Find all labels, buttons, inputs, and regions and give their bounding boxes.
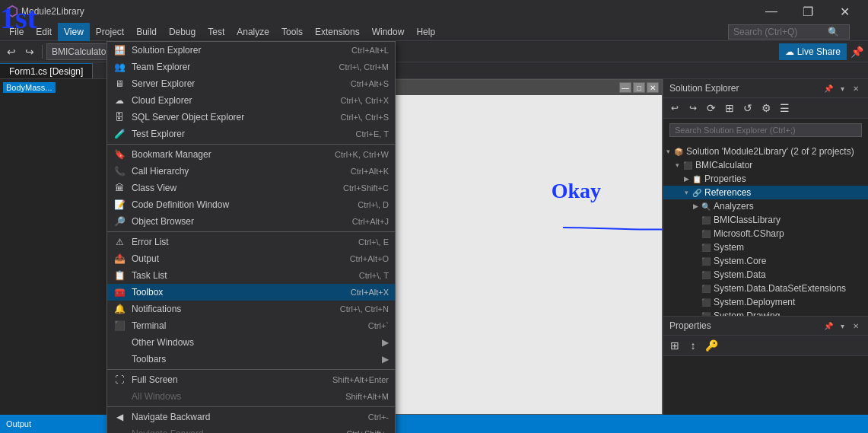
properties-pin[interactable]: 📌: [822, 320, 835, 332]
solution-explorer-search[interactable]: [669, 123, 862, 137]
sol-btn-7[interactable]: ☰: [776, 100, 793, 116]
class-icon: 🏛: [113, 182, 126, 194]
search-input[interactable]: [733, 27, 825, 37]
properties-options[interactable]: ▾: [836, 320, 848, 332]
tree-item-systemcore[interactable]: ▶ ⬛ System.Core: [663, 254, 868, 268]
toolbar-pin[interactable]: 📌: [848, 43, 865, 60]
canvas-close[interactable]: ✕: [647, 82, 659, 93]
menu-error-list-label: Error List: [132, 237, 352, 247]
properties-title: Properties: [669, 320, 711, 331]
menu-bookmark-manager[interactable]: 🔖 Bookmark Manager Ctrl+K, Ctrl+W: [107, 146, 395, 163]
menu-class-view[interactable]: 🏛 Class View Ctrl+Shift+C: [107, 180, 395, 196]
tree-item-analyzers[interactable]: ▶ 🔍 Analyzers: [663, 199, 868, 213]
menu-terminal[interactable]: ⬛ Terminal Ctrl+`: [107, 317, 395, 334]
title-bar-left: ⬡ Module2Library: [6, 3, 84, 20]
panel-close[interactable]: ✕: [850, 82, 862, 94]
tree-item-systemdeployment[interactable]: ▶ ⬛ System.Deployment: [663, 295, 868, 309]
minimize-button[interactable]: —: [754, 0, 789, 23]
menu-edit[interactable]: Edit: [30, 23, 58, 41]
solution-explorer-panel: Solution Explorer 📌 ▾ ✕ ↩ ↪ ⟳ ⊞ ↺ ⚙ ☰: [663, 79, 868, 415]
panel-options[interactable]: ▾: [836, 82, 848, 94]
props-btn-settings[interactable]: 🔑: [703, 337, 720, 354]
menu-analyze[interactable]: Analyze: [231, 23, 275, 41]
menu-call-hierarchy[interactable]: 📞 Call Hierarchy Ctrl+Alt+K: [107, 163, 395, 180]
tree-label-references: References: [704, 187, 751, 198]
menu-tools[interactable]: Tools: [275, 23, 309, 41]
menu-test-explorer-label: Test Explorer: [132, 129, 349, 139]
tree-item-bmicalculator[interactable]: ▾ ⬛ BMICalculator: [663, 158, 868, 172]
menu-error-list[interactable]: ⚠ Error List Ctrl+\, E: [107, 234, 395, 250]
menu-terminal-shortcut: Ctrl+`: [368, 321, 389, 330]
menu-extensions[interactable]: Extensions: [309, 23, 366, 41]
tree-item-systemdata[interactable]: ▶ ⬛ System.Data: [663, 268, 868, 282]
sol-btn-2[interactable]: ↪: [685, 100, 701, 116]
tree-item-systemdatadatasetextensions[interactable]: ▶ ⬛ System.Data.DataSetExtensions: [663, 282, 868, 295]
team-icon: 👥: [113, 61, 126, 73]
menu-object-browser[interactable]: 🔎 Object Browser Ctrl+Alt+J: [107, 213, 395, 230]
properties-close[interactable]: ✕: [850, 320, 862, 332]
tree-label-system: System: [714, 242, 744, 253]
live-share-button[interactable]: ☁ Live Share: [779, 43, 847, 60]
menu-code-definition[interactable]: 📝 Code Definition Window Ctrl+\, D: [107, 196, 395, 213]
menu-file[interactable]: File: [3, 23, 30, 41]
sol-btn-6[interactable]: ⚙: [758, 100, 774, 116]
tree-item-references[interactable]: ▾ 🔗 References: [663, 186, 868, 199]
menu-toolbox-label: Toolbox: [132, 287, 345, 298]
menu-test-explorer[interactable]: 🧪 Test Explorer Ctrl+E, T: [107, 126, 395, 142]
toolbar-icon-redo[interactable]: ↪: [21, 43, 38, 60]
menu-window[interactable]: Window: [366, 23, 411, 41]
properties-toolbar: ⊞ ↕ 🔑: [663, 336, 868, 356]
menu-cloud-explorer[interactable]: ☁ Cloud Explorer Ctrl+\, Ctrl+X: [107, 92, 395, 109]
menu-output[interactable]: 📤 Output Ctrl+Alt+O: [107, 250, 395, 267]
props-btn-alphabetical[interactable]: ↕: [685, 337, 701, 354]
props-btn-categorized[interactable]: ⊞: [666, 337, 683, 354]
tree-item-properties[interactable]: ▶ 📋 Properties: [663, 172, 868, 186]
canvas-maximize[interactable]: □: [633, 82, 645, 93]
toolbar-icon-undo[interactable]: ↩: [3, 43, 20, 60]
canvas-minimize[interactable]: —: [619, 82, 631, 93]
solution-explorer-toolbar: ↩ ↪ ⟳ ⊞ ↺ ⚙ ☰: [663, 98, 868, 119]
menu-debug[interactable]: Debug: [163, 23, 202, 41]
tab-form-designer[interactable]: Form1.cs [Design]: [0, 63, 93, 78]
menu-test[interactable]: Test: [202, 23, 231, 41]
expand-icon: ▾: [663, 148, 672, 155]
close-button[interactable]: ✕: [827, 0, 862, 23]
menu-fullscreen[interactable]: ⛶ Full Screen Shift+Alt+Enter: [107, 371, 395, 388]
menu-toolbox[interactable]: 🧰 Toolbox Ctrl+Alt+X: [107, 284, 395, 301]
menu-toolbars[interactable]: Toolbars ▶: [107, 351, 395, 368]
menu-sql-explorer[interactable]: 🗄 SQL Server Object Explorer Ctrl+\, Ctr…: [107, 109, 395, 126]
solution-explorer-search-input[interactable]: [675, 126, 857, 135]
menu-all-windows: All Windows Shift+Alt+M: [107, 388, 395, 405]
solution-explorer-tree: ▾ 📦 Solution 'Module2Library' (2 of 2 pr…: [663, 142, 868, 316]
sep-2: [107, 231, 395, 232]
sol-btn-4[interactable]: ⊞: [721, 100, 738, 116]
sol-btn-3[interactable]: ⟳: [703, 100, 720, 116]
menu-task-list-shortcut: Ctrl+\, T: [359, 271, 389, 280]
tree-item-microsoftcsharp[interactable]: ▶ ⬛ Microsoft.CSharp: [663, 227, 868, 240]
ref-icon-2: ⬛: [700, 228, 712, 240]
menu-navigate-backward[interactable]: ◀ Navigate Backward Ctrl+-: [107, 409, 395, 425]
ref-icon: ⬛: [700, 214, 712, 226]
panel-pin[interactable]: 📌: [822, 82, 835, 94]
menu-team-explorer[interactable]: 👥 Team Explorer Ctrl+\, Ctrl+M: [107, 59, 395, 75]
menu-solution-explorer[interactable]: 🪟 Solution Explorer Ctrl+Alt+L: [107, 42, 395, 59]
tree-item-solution[interactable]: ▾ 📦 Solution 'Module2Library' (2 of 2 pr…: [663, 145, 868, 158]
menu-other-windows[interactable]: Other Windows ▶: [107, 334, 395, 351]
menu-project[interactable]: Project: [90, 23, 130, 41]
menu-object-browser-shortcut: Ctrl+Alt+J: [352, 217, 389, 226]
menu-task-list[interactable]: 📋 Task List Ctrl+\, T: [107, 267, 395, 284]
sol-btn-1[interactable]: ↩: [666, 100, 683, 116]
menu-notifications[interactable]: 🔔 Notifications Ctrl+\, Ctrl+N: [107, 301, 395, 317]
sol-btn-5[interactable]: ↺: [739, 100, 756, 116]
menu-view[interactable]: View: [58, 23, 90, 41]
expand-icon: ▶: [682, 175, 691, 183]
tree-item-system[interactable]: ▶ ⬛ System: [663, 240, 868, 254]
menu-output-label: Output: [132, 253, 344, 264]
tree-item-systemdrawing[interactable]: ▶ ⬛ System.Drawing: [663, 309, 868, 316]
search-box[interactable]: 🔍: [728, 24, 850, 40]
menu-help[interactable]: Help: [410, 23, 441, 41]
menu-build[interactable]: Build: [130, 23, 163, 41]
maximize-button[interactable]: ❐: [790, 0, 825, 23]
menu-server-explorer[interactable]: 🖥 Server Explorer Ctrl+Alt+S: [107, 75, 395, 92]
tree-item-bmiclasslibrary[interactable]: ▶ ⬛ BMIClassLibrary: [663, 213, 868, 227]
